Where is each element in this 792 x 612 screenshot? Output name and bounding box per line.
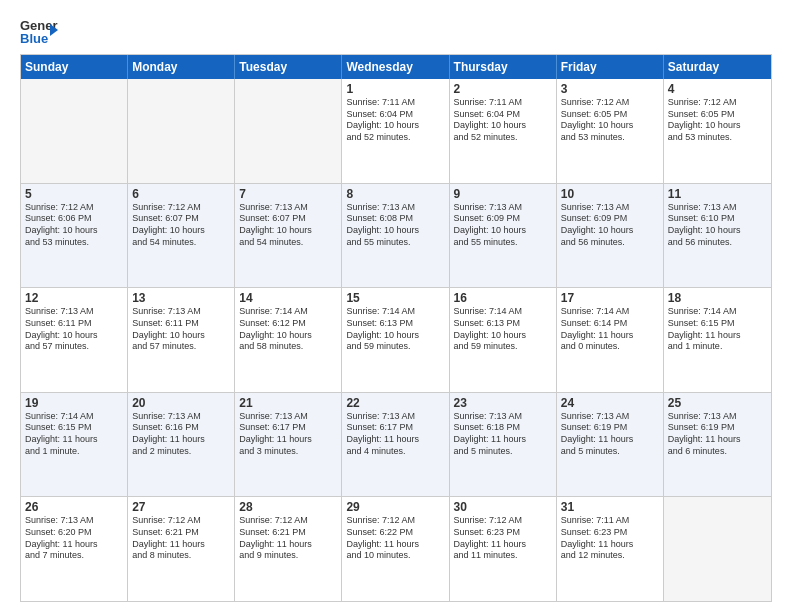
- cell-line-0: Sunrise: 7:13 AM: [25, 306, 123, 318]
- day-number: 15: [346, 291, 444, 305]
- cell-line-2: Daylight: 10 hours: [239, 225, 337, 237]
- cell-line-3: and 8 minutes.: [132, 550, 230, 562]
- cell-line-0: Sunrise: 7:14 AM: [25, 411, 123, 423]
- cell-line-0: Sunrise: 7:13 AM: [25, 515, 123, 527]
- cell-line-3: and 5 minutes.: [454, 446, 552, 458]
- cell-line-2: Daylight: 10 hours: [346, 330, 444, 342]
- cell-line-0: Sunrise: 7:12 AM: [454, 515, 552, 527]
- day-cell-23: 23Sunrise: 7:13 AMSunset: 6:18 PMDayligh…: [450, 393, 557, 497]
- day-number: 10: [561, 187, 659, 201]
- cell-line-1: Sunset: 6:07 PM: [239, 213, 337, 225]
- cell-line-2: Daylight: 11 hours: [561, 539, 659, 551]
- day-number: 23: [454, 396, 552, 410]
- day-number: 5: [25, 187, 123, 201]
- cell-line-3: and 11 minutes.: [454, 550, 552, 562]
- page: General Blue SundayMondayTuesdayWednesda…: [0, 0, 792, 612]
- cell-line-3: and 52 minutes.: [454, 132, 552, 144]
- day-number: 11: [668, 187, 767, 201]
- day-number: 20: [132, 396, 230, 410]
- cell-line-1: Sunset: 6:09 PM: [561, 213, 659, 225]
- day-cell-28: 28Sunrise: 7:12 AMSunset: 6:21 PMDayligh…: [235, 497, 342, 601]
- cell-line-1: Sunset: 6:13 PM: [454, 318, 552, 330]
- cell-line-1: Sunset: 6:10 PM: [668, 213, 767, 225]
- day-number: 24: [561, 396, 659, 410]
- day-number: 27: [132, 500, 230, 514]
- cell-line-3: and 9 minutes.: [239, 550, 337, 562]
- day-cell-8: 8Sunrise: 7:13 AMSunset: 6:08 PMDaylight…: [342, 184, 449, 288]
- cell-line-3: and 55 minutes.: [346, 237, 444, 249]
- cell-line-0: Sunrise: 7:11 AM: [561, 515, 659, 527]
- cell-line-0: Sunrise: 7:12 AM: [346, 515, 444, 527]
- cell-line-2: Daylight: 11 hours: [25, 434, 123, 446]
- cell-line-2: Daylight: 11 hours: [346, 539, 444, 551]
- cell-line-1: Sunset: 6:06 PM: [25, 213, 123, 225]
- day-cell-20: 20Sunrise: 7:13 AMSunset: 6:16 PMDayligh…: [128, 393, 235, 497]
- cell-line-3: and 59 minutes.: [346, 341, 444, 353]
- cell-line-1: Sunset: 6:15 PM: [668, 318, 767, 330]
- week-row-2: 12Sunrise: 7:13 AMSunset: 6:11 PMDayligh…: [21, 287, 771, 392]
- cell-line-0: Sunrise: 7:13 AM: [132, 306, 230, 318]
- day-cell-4: 4Sunrise: 7:12 AMSunset: 6:05 PMDaylight…: [664, 79, 771, 183]
- day-cell-26: 26Sunrise: 7:13 AMSunset: 6:20 PMDayligh…: [21, 497, 128, 601]
- cell-line-0: Sunrise: 7:12 AM: [561, 97, 659, 109]
- day-number: 21: [239, 396, 337, 410]
- day-cell-30: 30Sunrise: 7:12 AMSunset: 6:23 PMDayligh…: [450, 497, 557, 601]
- weekday-header-friday: Friday: [557, 55, 664, 79]
- cell-line-1: Sunset: 6:21 PM: [132, 527, 230, 539]
- cell-line-3: and 1 minute.: [25, 446, 123, 458]
- day-cell-31: 31Sunrise: 7:11 AMSunset: 6:23 PMDayligh…: [557, 497, 664, 601]
- cell-line-3: and 0 minutes.: [561, 341, 659, 353]
- cell-line-1: Sunset: 6:04 PM: [454, 109, 552, 121]
- day-cell-19: 19Sunrise: 7:14 AMSunset: 6:15 PMDayligh…: [21, 393, 128, 497]
- cell-line-3: and 53 minutes.: [561, 132, 659, 144]
- cell-line-0: Sunrise: 7:13 AM: [454, 202, 552, 214]
- week-row-3: 19Sunrise: 7:14 AMSunset: 6:15 PMDayligh…: [21, 392, 771, 497]
- cell-line-3: and 4 minutes.: [346, 446, 444, 458]
- cell-line-2: Daylight: 11 hours: [561, 434, 659, 446]
- cell-line-2: Daylight: 11 hours: [25, 539, 123, 551]
- day-cell-6: 6Sunrise: 7:12 AMSunset: 6:07 PMDaylight…: [128, 184, 235, 288]
- cell-line-1: Sunset: 6:17 PM: [346, 422, 444, 434]
- day-cell-12: 12Sunrise: 7:13 AMSunset: 6:11 PMDayligh…: [21, 288, 128, 392]
- day-number: 17: [561, 291, 659, 305]
- cell-line-0: Sunrise: 7:14 AM: [454, 306, 552, 318]
- cell-line-0: Sunrise: 7:13 AM: [668, 202, 767, 214]
- cell-line-3: and 58 minutes.: [239, 341, 337, 353]
- cell-line-2: Daylight: 10 hours: [561, 225, 659, 237]
- cell-line-3: and 1 minute.: [668, 341, 767, 353]
- cell-line-1: Sunset: 6:22 PM: [346, 527, 444, 539]
- cell-line-2: Daylight: 10 hours: [239, 330, 337, 342]
- day-cell-13: 13Sunrise: 7:13 AMSunset: 6:11 PMDayligh…: [128, 288, 235, 392]
- calendar: SundayMondayTuesdayWednesdayThursdayFrid…: [20, 54, 772, 602]
- day-cell-2: 2Sunrise: 7:11 AMSunset: 6:04 PMDaylight…: [450, 79, 557, 183]
- cell-line-3: and 52 minutes.: [346, 132, 444, 144]
- cell-line-0: Sunrise: 7:13 AM: [346, 202, 444, 214]
- day-number: 2: [454, 82, 552, 96]
- day-cell-10: 10Sunrise: 7:13 AMSunset: 6:09 PMDayligh…: [557, 184, 664, 288]
- cell-line-1: Sunset: 6:11 PM: [132, 318, 230, 330]
- day-cell-22: 22Sunrise: 7:13 AMSunset: 6:17 PMDayligh…: [342, 393, 449, 497]
- day-cell-18: 18Sunrise: 7:14 AMSunset: 6:15 PMDayligh…: [664, 288, 771, 392]
- day-number: 14: [239, 291, 337, 305]
- week-row-4: 26Sunrise: 7:13 AMSunset: 6:20 PMDayligh…: [21, 496, 771, 601]
- day-number: 29: [346, 500, 444, 514]
- cell-line-3: and 57 minutes.: [25, 341, 123, 353]
- day-cell-14: 14Sunrise: 7:14 AMSunset: 6:12 PMDayligh…: [235, 288, 342, 392]
- cell-line-2: Daylight: 10 hours: [454, 225, 552, 237]
- cell-line-1: Sunset: 6:17 PM: [239, 422, 337, 434]
- weekday-header-thursday: Thursday: [450, 55, 557, 79]
- cell-line-2: Daylight: 11 hours: [561, 330, 659, 342]
- cell-line-1: Sunset: 6:12 PM: [239, 318, 337, 330]
- cell-line-1: Sunset: 6:08 PM: [346, 213, 444, 225]
- cell-line-3: and 57 minutes.: [132, 341, 230, 353]
- cell-line-3: and 3 minutes.: [239, 446, 337, 458]
- cell-line-1: Sunset: 6:11 PM: [25, 318, 123, 330]
- calendar-body: 1Sunrise: 7:11 AMSunset: 6:04 PMDaylight…: [21, 79, 771, 601]
- header: General Blue: [20, 16, 772, 46]
- cell-line-0: Sunrise: 7:13 AM: [561, 202, 659, 214]
- day-number: 19: [25, 396, 123, 410]
- cell-line-1: Sunset: 6:23 PM: [561, 527, 659, 539]
- cell-line-1: Sunset: 6:21 PM: [239, 527, 337, 539]
- day-number: 7: [239, 187, 337, 201]
- cell-line-0: Sunrise: 7:13 AM: [239, 411, 337, 423]
